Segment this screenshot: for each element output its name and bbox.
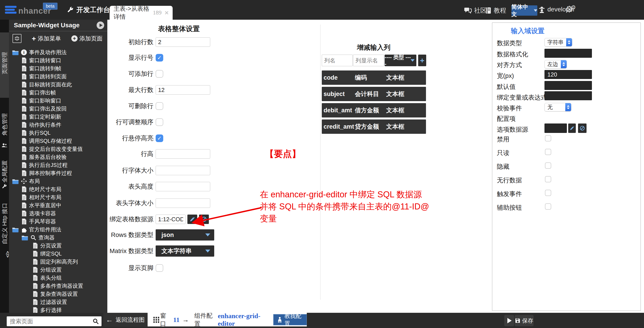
- tree-item[interactable]: i 窗口弹出帧: [9, 89, 107, 97]
- row-height-input[interactable]: [156, 149, 210, 159]
- field-option-checkbox[interactable]: [545, 203, 551, 210]
- allow-add-row-checkbox[interactable]: [156, 70, 163, 78]
- tree-item[interactable]: i 查询器: [9, 234, 107, 242]
- tree-item[interactable]: i 复杂查询器设置: [9, 290, 107, 298]
- language-select-button[interactable]: 简体中文: [512, 5, 537, 16]
- breadcrumb-window-number[interactable]: 11: [173, 316, 180, 323]
- breadcrumb-arrow-icon: →: [182, 316, 189, 323]
- tree-item[interactable]: i 官方组件用法: [9, 225, 107, 234]
- run-button[interactable]: [504, 315, 514, 326]
- tree-item[interactable]: i 调用SQL存储过程: [9, 137, 107, 145]
- matrix-datatype-dropdown[interactable]: 文本字符串: [156, 245, 214, 257]
- bind-variable-input[interactable]: [544, 91, 592, 100]
- workbench-menu[interactable]: 开发工作台: [67, 5, 110, 15]
- align-select[interactable]: 左边: [544, 60, 567, 69]
- settings-gear-icon[interactable]: ⚙⚙: [565, 4, 578, 14]
- edit-options-datasource-button[interactable]: [568, 124, 576, 133]
- table-datasource-input[interactable]: [156, 215, 186, 224]
- tree-item[interactable]: i 服务器后台校验: [9, 153, 107, 161]
- form-row: Matrix 数据类型 文本字符串: [107, 246, 313, 256]
- show-row-number-checkbox[interactable]: [156, 54, 163, 62]
- tree-item[interactable]: i 动作执行条件: [9, 121, 107, 129]
- tree-item[interactable]: i 表头分组: [9, 274, 107, 282]
- initial-rows-input[interactable]: [156, 37, 210, 47]
- search-input[interactable]: [7, 318, 92, 325]
- column-name-input[interactable]: [322, 55, 353, 66]
- tree-item[interactable]: i 执行后台JS过程: [9, 161, 107, 169]
- column-row[interactable]: credit_amt 贷方金额 文本框: [322, 120, 426, 134]
- max-rows-input[interactable]: [156, 85, 210, 95]
- tree-item[interactable]: i 窗口定时刷新: [9, 113, 107, 121]
- field-option-checkbox[interactable]: [545, 135, 551, 141]
- tree-item[interactable]: i 过滤器设置: [9, 298, 107, 306]
- tutorial-link[interactable]: 教程: [485, 6, 506, 15]
- options-datasource-input[interactable]: [544, 124, 567, 133]
- tree-item[interactable]: i 多条件查询器设置: [9, 282, 107, 290]
- field-option-checkbox[interactable]: [545, 176, 551, 182]
- back-label: 返回流程图: [116, 316, 145, 324]
- breadcrumb-window-label[interactable]: 窗口: [160, 312, 170, 328]
- default-value-input[interactable]: [544, 81, 592, 90]
- tab-close-icon[interactable]: ×: [164, 9, 168, 17]
- tree-item[interactable]: i 水平垂直居中: [9, 201, 107, 209]
- data-format-input[interactable]: [544, 49, 592, 58]
- clear-options-datasource-button[interactable]: [578, 124, 586, 133]
- tree-item[interactable]: i 窗口弹出及按回: [9, 105, 107, 113]
- tree-item[interactable]: i 窗口跳转到帧: [9, 65, 107, 73]
- rail-item-role-management[interactable]: 角色管理: [0, 102, 9, 150]
- data-type-select[interactable]: 字符串: [544, 38, 572, 47]
- tree-item[interactable]: i 布局: [9, 177, 107, 185]
- tree-item[interactable]: i 绑定SQL: [9, 250, 107, 258]
- column-row[interactable]: debit_amt 借方金额 文本框: [322, 103, 426, 117]
- add-page-button[interactable]: + 添加页面: [71, 35, 103, 43]
- column-display-input[interactable]: [353, 55, 384, 66]
- field-option-checkbox[interactable]: [545, 149, 551, 155]
- tree-item[interactable]: i 手风琴容器: [9, 217, 107, 225]
- column-row[interactable]: code 编码 文本框: [322, 71, 426, 85]
- breadcrumb-component-name[interactable]: enhancer-grid-editor: [218, 312, 269, 327]
- tree-item[interactable]: i 事件及动作用法: [9, 48, 107, 56]
- tree-item[interactable]: i 固定列和高亮列: [9, 258, 107, 266]
- community-link[interactable]: 社区: [464, 6, 486, 15]
- rail-item-global-config[interactable]: 全局配置: [0, 154, 9, 191]
- field-option-checkbox[interactable]: [545, 162, 551, 169]
- column-row[interactable]: subject 会计科目 文本框: [322, 87, 426, 101]
- row-reorder-checkbox[interactable]: [156, 118, 163, 126]
- teach-me-config-button[interactable]: 教我配置: [273, 314, 307, 325]
- tree-item[interactable]: i 相对尺寸布局: [9, 193, 107, 201]
- width-input[interactable]: 120: [544, 70, 592, 79]
- tree-item[interactable]: i 窗口跳转窗口: [9, 56, 107, 65]
- tree-item[interactable]: i 窗口跳转到页面: [9, 73, 107, 81]
- field-option-checkbox[interactable]: [545, 190, 551, 196]
- add-column-button[interactable]: +: [418, 55, 426, 66]
- save-button[interactable]: 保存: [515, 315, 534, 326]
- tree-item[interactable]: i 脚本控制事件过程: [9, 169, 107, 177]
- grid-icon: [154, 317, 155, 318]
- rail-item-page-management[interactable]: 页面管理: [0, 33, 9, 98]
- collapse-all-icon[interactable]: [12, 34, 22, 43]
- tree-item[interactable]: i 绝对尺寸布局: [9, 185, 107, 193]
- tree-item[interactable]: i 执行SQL: [9, 129, 107, 137]
- tree-item[interactable]: i 目标跳转页面在此: [9, 81, 107, 89]
- row-hover-highlight-checkbox[interactable]: [156, 134, 163, 142]
- header-height-input[interactable]: [156, 182, 210, 191]
- allow-delete-row-checkbox[interactable]: [156, 102, 163, 110]
- back-to-flowchart-button[interactable]: ← 返回流程图: [103, 313, 147, 327]
- run-project-icon[interactable]: [96, 22, 104, 29]
- tree-item[interactable]: i 分页设置: [9, 242, 107, 250]
- tree-item[interactable]: i 窗口影响窗口: [9, 97, 107, 105]
- tree-item-label: 手风琴容器: [29, 218, 56, 225]
- show-footer-checkbox[interactable]: [156, 264, 163, 272]
- tab-main-detail[interactable]: 主表->从表格详情 189 ×: [110, 6, 173, 20]
- search-icon[interactable]: [92, 318, 99, 324]
- column-type-dropdown[interactable]: ---- 类型 ----: [384, 55, 416, 66]
- tree-item[interactable]: i 提交后台前改变变量值: [9, 145, 107, 153]
- validate-event-select[interactable]: 无: [544, 103, 571, 111]
- tree-item[interactable]: i 分组设置: [9, 266, 107, 274]
- tree-item[interactable]: i 选项卡容器: [9, 209, 107, 217]
- add-menu-button[interactable]: + 添加菜单: [32, 35, 61, 43]
- rows-datatype-dropdown[interactable]: json: [156, 229, 214, 240]
- rail-item-custom-http-api[interactable]: 自定义 Http 接口 </>: [0, 192, 9, 259]
- row-font-size-input[interactable]: [156, 166, 210, 175]
- comment-icon: [464, 8, 472, 14]
